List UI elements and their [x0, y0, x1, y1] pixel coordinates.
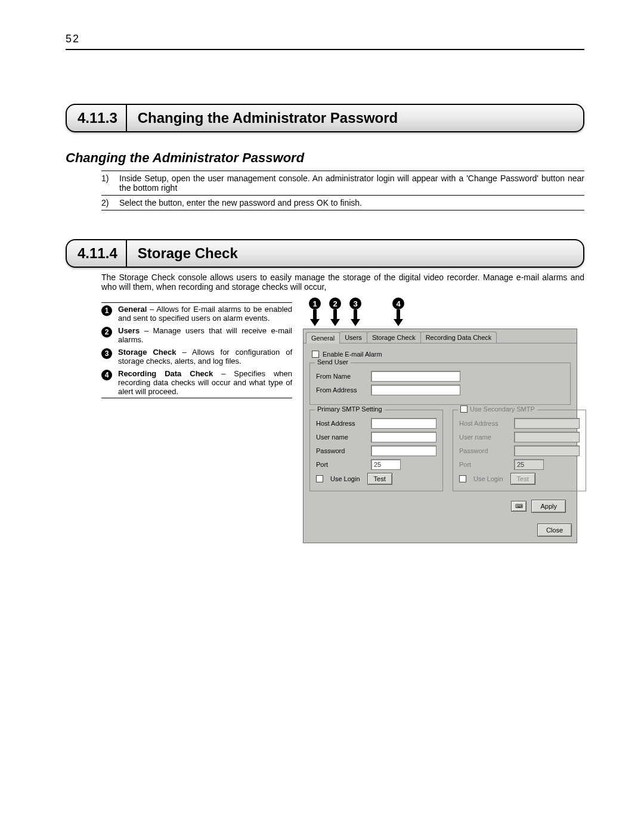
section-number: 4.11.3	[67, 105, 127, 131]
callout-badge: 4	[392, 298, 404, 309]
close-button[interactable]: Close	[537, 524, 572, 537]
step-row: 1) Inside Setup, open the user managemen…	[101, 171, 584, 196]
callout-badge: 1	[309, 298, 321, 309]
legend-row: 1 General – Allows for E-mail alarms to …	[101, 303, 292, 324]
primary-port-input[interactable]: 25	[371, 459, 401, 470]
from-address-input[interactable]	[371, 385, 460, 395]
from-name-input[interactable]	[371, 371, 460, 382]
primary-smtp-fieldset: Primary SMTP Setting Host Address User n…	[309, 410, 443, 491]
step-number: 2)	[101, 198, 119, 208]
secondary-port-label: Port	[459, 461, 509, 468]
legend-badge-4: 4	[101, 370, 112, 380]
section-heading-4-11-4: 4.11.4 Storage Check	[66, 239, 584, 268]
callout-arrows: 1 2 3 4	[309, 298, 404, 326]
primary-user-input[interactable]	[371, 432, 436, 442]
tab-recording-data-check[interactable]: Recording Data Check	[420, 332, 497, 343]
tab-storage-check[interactable]: Storage Check	[367, 332, 421, 343]
tab-strip: General Users Storage Check Recording Da…	[304, 329, 577, 343]
secondary-user-input	[514, 432, 580, 442]
primary-smtp-title: Primary SMTP Setting	[315, 405, 385, 413]
primary-port-label: Port	[316, 461, 366, 468]
legend-bold: Storage Check	[118, 348, 176, 357]
legend-bold: Users	[118, 326, 140, 335]
section-heading-4-11-3: 4.11.3 Changing the Administrator Passwo…	[66, 104, 584, 132]
legend-row: 2 Users – Manage users that will receive…	[101, 324, 292, 346]
secondary-port-input: 25	[514, 459, 544, 470]
primary-test-button[interactable]: Test	[367, 473, 392, 485]
secondary-test-button: Test	[510, 473, 535, 485]
legend-bold: General	[118, 305, 147, 314]
secondary-user-label: User name	[459, 433, 509, 441]
primary-host-input[interactable]	[371, 418, 436, 429]
keyboard-icon[interactable]: ⌨	[511, 501, 527, 512]
subheading-change-admin-password: Changing the Administrator Password	[66, 150, 584, 166]
step-text: Select the button, enter the new passwor…	[119, 198, 584, 208]
use-secondary-smtp-checkbox[interactable]	[460, 405, 467, 413]
storage-check-dialog: General Users Storage Check Recording Da…	[303, 329, 577, 543]
legend-row: 3 Storage Check – Allows for configurati…	[101, 346, 292, 367]
step-text: Inside Setup, open the user management c…	[119, 174, 584, 193]
from-name-label: From Name	[316, 373, 366, 380]
step-number: 1)	[101, 174, 119, 193]
primary-use-login-checkbox[interactable]	[316, 475, 323, 482]
section-title: Storage Check	[127, 240, 249, 267]
legend-badge-2: 2	[101, 327, 112, 337]
secondary-pass-input	[514, 445, 580, 456]
legend-description: – Manage users that will receive e-mail …	[118, 326, 292, 344]
send-user-fieldset: Send User From Name From Address	[309, 363, 571, 405]
primary-host-label: Host Address	[316, 420, 366, 427]
legend-badge-3: 3	[101, 348, 112, 359]
section-title: Changing the Administrator Password	[127, 105, 409, 131]
callout-badge: 3	[349, 298, 361, 309]
primary-pass-input[interactable]	[371, 445, 436, 456]
send-user-title: Send User	[315, 358, 351, 366]
from-address-label: From Address	[316, 386, 366, 394]
step-row: 2) Select the button, enter the new pass…	[101, 196, 584, 210]
primary-pass-label: Password	[316, 447, 366, 454]
secondary-pass-label: Password	[459, 447, 509, 454]
secondary-host-label: Host Address	[459, 420, 509, 427]
header-rule	[66, 49, 584, 50]
legend-row: 4 Recording Data Check – Specifies when …	[101, 367, 292, 398]
secondary-host-input	[514, 418, 580, 429]
secondary-use-login-checkbox	[459, 475, 466, 482]
apply-button[interactable]: Apply	[531, 500, 566, 513]
tab-general[interactable]: General	[306, 332, 340, 343]
secondary-use-login-label: Use Login	[473, 475, 503, 482]
use-secondary-smtp-label: Use Secondary SMTP	[470, 405, 535, 413]
enable-email-alarm-checkbox[interactable]	[312, 351, 319, 358]
callout-badge: 2	[329, 298, 341, 309]
legend-bold: Recording Data Check	[118, 369, 213, 378]
section-number: 4.11.4	[67, 240, 127, 267]
secondary-smtp-fieldset: Use Secondary SMTP Host Address User nam…	[453, 410, 586, 491]
enable-email-alarm-label: Enable E-mail Alarm	[323, 351, 382, 358]
page-number: 52	[66, 33, 584, 45]
tab-users[interactable]: Users	[339, 332, 367, 343]
section-intro: The Storage Check console allows users t…	[101, 272, 584, 292]
primary-use-login-label: Use Login	[330, 475, 360, 482]
legend-badge-1: 1	[101, 305, 112, 316]
legend-table: 1 General – Allows for E-mail alarms to …	[101, 302, 292, 398]
primary-user-label: User name	[316, 433, 366, 441]
steps-list: 1) Inside Setup, open the user managemen…	[101, 171, 584, 210]
